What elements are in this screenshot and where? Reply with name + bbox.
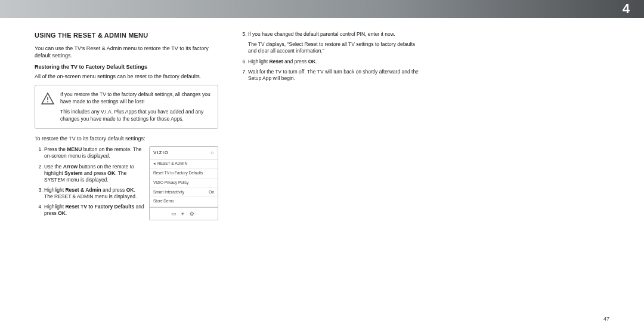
chapter-bar: 4 [0,0,644,18]
tv-menu-footer-icons: ▭ ▾ ✿ [150,207,218,220]
tv-brand: VIZIO [153,150,169,156]
tv-menu-item: Reset TV to Factory Defaults [150,169,218,179]
tv-menu-mockup: VIZIO ⌂ ◂ RESET & ADMIN Reset TV to Fact… [149,146,218,220]
subheading: Restoring the TV to Factory Default Sett… [35,63,218,70]
paragraph: All of the on-screen menu settings can b… [35,73,218,80]
svg-point-1 [47,102,48,103]
step-sub-paragraph: The TV displays, "Select Reset to restor… [248,41,422,54]
column-left: USING THE RESET & ADMIN MENU You can use… [35,31,218,323]
step-item: Press the MENU button on the remote. The… [44,146,144,159]
warning-line-2: This includes any V.I.A. Plus Apps that … [60,109,212,122]
tv-menu-item: Smart InteractivityOn [150,188,218,198]
column-right: If you have changed the default parental… [239,31,422,323]
intro-paragraph: You can use the TV's Reset & Admin menu … [35,45,218,59]
tv-menu-header: VIZIO ⌂ [150,147,218,159]
step-item: Highlight Reset and press OK. [248,59,422,65]
steps-list-continued: If you have changed the default parental… [239,31,422,82]
back-arrow-icon: ◂ [153,161,156,167]
section-heading: USING THE RESET & ADMIN MENU [35,31,218,40]
steps-list: Press the MENU button on the remote. The… [35,146,144,220]
page-body: USING THE RESET & ADMIN MENU You can use… [35,31,609,323]
warning-panel: If you restore the TV to the factory def… [35,85,218,129]
tv-menu-item: Store Demo [150,197,218,207]
warning-icon [41,91,54,122]
chapter-number: 4 [623,1,630,17]
tv-menu-section: ◂ RESET & ADMIN [150,159,218,169]
paragraph: To restore the TV to its factory default… [35,135,218,142]
warning-line-1: If you restore the TV to the factory def… [60,91,212,105]
warning-text: If you restore the TV to the factory def… [60,91,212,122]
home-icon: ⌂ [210,150,214,156]
step-item: Highlight Reset & Admin and press OK. Th… [44,187,144,200]
step-item: If you have changed the default parental… [248,31,422,54]
step-item: Highlight Reset TV to Factory Defaults a… [44,204,144,217]
page-number: 47 [603,316,609,322]
tv-menu-item: VIZIO Privacy Policy [150,179,218,188]
step-item: Wait for the TV to turn off. The TV will… [248,69,422,82]
step-item: Use the Arrow buttons on the remote to h… [44,164,144,183]
